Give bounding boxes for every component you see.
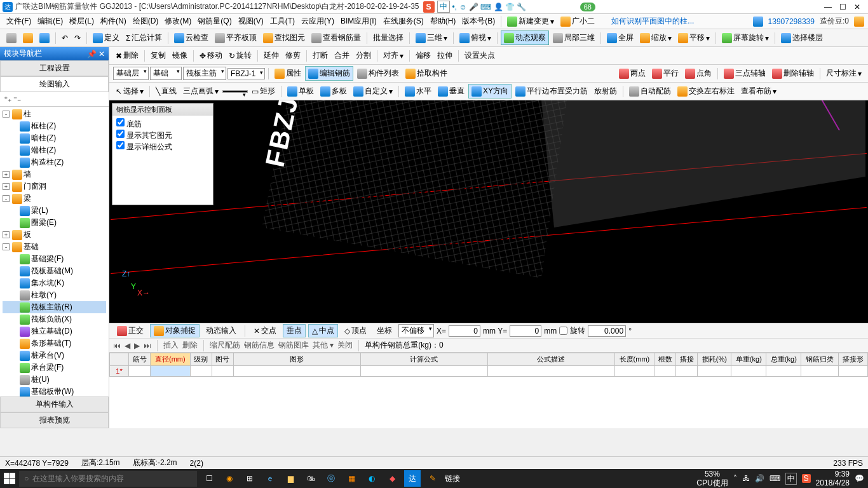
nav-next[interactable]: ▶ [134,341,140,350]
tree-node[interactable]: 构造柱(Z) [3,156,106,168]
notif-center-icon[interactable]: 💬 [855,474,864,483]
close-grid-button[interactable]: 关闭 [337,340,353,351]
app-icon-5[interactable]: ◆ [384,470,400,487]
app-icon-1[interactable]: ◉ [221,470,238,487]
pick-member-button[interactable]: 拾取构件 [403,67,450,80]
member-list-button[interactable]: 构件列表 [355,67,402,80]
lib-button[interactable]: 钢筋图库 [278,340,309,351]
delete-button[interactable]: ✖ 删除 [113,49,141,62]
guangxiaoer-button[interactable]: 广小二 [558,15,597,28]
app-icon-7[interactable]: ✎ [424,470,441,487]
tray-vol-icon[interactable]: 🔊 [755,474,764,483]
col-header[interactable]: 长度(mm) [614,353,654,366]
app-icon-4[interactable]: ◐ [363,470,380,487]
trim-button[interactable]: 修剪 [283,49,303,62]
tray-lang[interactable]: 中 [785,473,797,485]
tree-node[interactable]: +门窗洞 [3,180,106,193]
tree-node[interactable]: 桩承台(V) [3,349,106,362]
multi-button[interactable]: 多板 [318,85,349,98]
dyn-input-toggle[interactable]: 动态输入 [202,324,240,337]
tree-node[interactable]: 条形基础(T) [3,337,106,349]
nav-prev[interactable]: ◀ [125,341,130,350]
nav-pin-icon[interactable]: 📌 ✕ [87,50,105,58]
menu-file[interactable]: 文件(F) [4,16,34,27]
menu-view[interactable]: 视图(V) [236,16,266,27]
property-button[interactable]: 属性 [272,67,304,80]
mid-toggle[interactable]: △ 中点 [308,324,338,337]
stretch-button[interactable]: 拉伸 [435,49,455,62]
tree-node[interactable]: 独立基础(D) [3,325,106,337]
maximize-button[interactable]: ☐ [839,3,846,11]
del-aux-button[interactable]: 删除辅轴 [770,67,817,80]
menu-help[interactable]: 帮助(H) [428,16,459,27]
xy-dir-button[interactable]: XY方向 [468,84,512,98]
edit-rebar-button[interactable]: 编辑钢筋 [305,66,353,81]
tree-node[interactable]: +墙 [3,168,106,180]
tray-up-icon[interactable]: ˄ [733,474,737,483]
copy-button[interactable]: 复制 [148,49,168,62]
local3d-button[interactable]: 局部三维 [550,31,597,44]
tree-node[interactable]: 圈梁(E) [3,217,106,229]
delete-row-button[interactable]: 删除 [182,340,198,351]
chk-other[interactable]: 显示其它图元 [116,130,209,141]
three-pt-axis-button[interactable]: 三点辅轴 [721,67,768,80]
chk-bottom[interactable]: 底筋 [116,118,209,130]
col-header[interactable]: 图形 [233,353,360,366]
notif-badge[interactable]: 68 [580,3,595,11]
tree-node[interactable]: 端柱(Z) [3,144,106,156]
tree-node[interactable]: 桩(U) [3,374,106,386]
auto-rebar-button[interactable]: 自动配筋 [627,85,674,98]
rotate-button[interactable]: ↻ 旋转 [226,49,254,62]
radial-button[interactable]: 放射筋 [592,85,620,98]
info-button[interactable]: 钢筋信息 [244,340,275,351]
break-button[interactable]: 打断 [310,49,330,62]
explorer-icon[interactable]: ▆ [282,470,299,487]
fullscreen-button[interactable]: 全屏 [604,31,636,44]
tree-node[interactable]: -梁 [3,193,106,205]
horiz-button[interactable]: 水平 [402,85,434,98]
view-layout-button[interactable]: 查看布筋 ▾ [738,85,779,98]
custom-button[interactable]: 自定义 ▾ [351,85,395,98]
tree-node[interactable]: 梁(L) [3,205,106,217]
perp-toggle[interactable]: 垂点 [283,324,306,337]
screen-rotate-button[interactable]: 屏幕旋转 ▾ [719,31,771,44]
pt-angle-button[interactable]: 点角 [682,67,714,80]
col-header[interactable]: 钢筋归类 [801,353,838,366]
nav-tab-draw[interactable]: 绘图输入 [0,76,109,92]
app-icon-3[interactable]: ▦ [343,470,360,487]
scale-button[interactable]: 缩尺配筋 [210,340,240,351]
subtype-select[interactable]: 筏板主筋 [183,67,226,80]
single-button[interactable]: 单板 [285,85,316,98]
zoom-button[interactable]: 缩放 ▾ [637,31,674,44]
rot-check[interactable] [559,327,567,335]
tree-node[interactable]: 承台梁(F) [3,362,106,374]
menu-version[interactable]: 版本号(B) [459,16,498,27]
sogou-icon[interactable]: S [423,1,435,13]
col-header[interactable]: 损耗(%) [698,353,731,366]
menu-modify[interactable]: 修改(M) [162,16,194,27]
ime-lang[interactable]: 中 [437,1,450,13]
tree-node[interactable]: -柱 [3,108,106,120]
align-button[interactable]: 对齐 ▾ [381,49,406,62]
rot-input[interactable] [588,325,626,337]
flat-top-button[interactable]: 平齐板顶 [212,31,259,44]
col-header[interactable]: 搭接形 [838,353,867,366]
mirror-button[interactable]: 镜像 [170,49,190,62]
col-header[interactable]: 图号 [212,353,233,366]
col-header[interactable]: 搭接 [676,353,698,366]
help-link[interactable]: 如何识别平面图中的柱... [611,16,694,27]
menu-edit[interactable]: 编辑(E) [35,16,65,27]
close-button[interactable]: ✕ [854,3,860,11]
clock[interactable]: 9:392018/4/28 [816,470,850,488]
ime-sym[interactable]: •, ☺ 🎤 ⌨ 👤 👕 🔧 [452,3,527,11]
tree-node[interactable]: 柱墩(Y) [3,289,106,301]
line-button[interactable]: ╲ 直线 [153,85,179,98]
menu-bim[interactable]: BIM应用(I) [338,16,379,27]
type-select[interactable]: 基础 [150,67,182,80]
open-button[interactable] [20,32,36,44]
layer-select[interactable]: 基础层 [113,67,149,80]
x-input[interactable] [449,325,480,337]
ortho-toggle[interactable]: 正交 [113,324,147,337]
define-button[interactable]: 定义 [90,31,122,44]
tree-node[interactable]: 筏板负筋(X) [3,313,106,325]
